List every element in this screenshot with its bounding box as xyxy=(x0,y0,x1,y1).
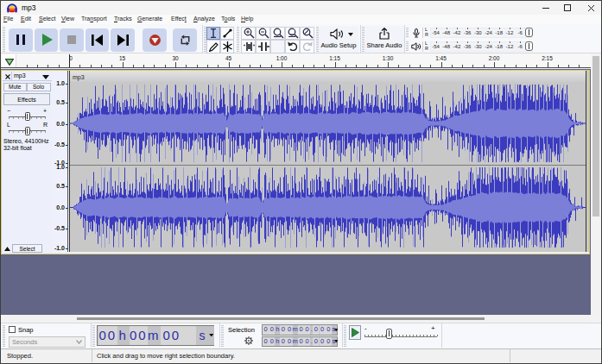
svg-text:mp3: mp3 xyxy=(73,74,85,81)
